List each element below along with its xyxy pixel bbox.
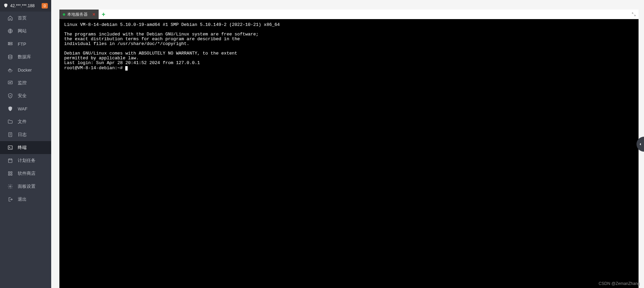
terminal-prompt-line: root@VM-8-14-debian:~# bbox=[64, 65, 634, 71]
add-tab-button[interactable]: + bbox=[99, 10, 108, 19]
globe-icon bbox=[8, 28, 13, 34]
connection-status-icon bbox=[63, 13, 65, 16]
shield-icon bbox=[3, 3, 8, 9]
sidebar-item-label: 软件商店 bbox=[18, 170, 35, 177]
sidebar-item-label: 退出 bbox=[18, 196, 27, 202]
log-icon bbox=[8, 132, 13, 137]
terminal-motd: Linux VM-8-14-debian 5.10.0-19-amd64 #1 … bbox=[64, 22, 634, 65]
terminal-tabbar: 本地服务器 × + bbox=[59, 10, 639, 19]
docker-icon bbox=[8, 67, 13, 73]
sidebar-item-label: Docker bbox=[18, 67, 32, 73]
sidebar-item-globe[interactable]: 网站 bbox=[0, 25, 51, 37]
sidebar-item-label: 首页 bbox=[18, 15, 27, 21]
sidebar-item-label: 计划任务 bbox=[18, 157, 35, 164]
sidebar-item-ftp[interactable]: FTP bbox=[0, 37, 51, 50]
sidebar-item-label: 终端 bbox=[18, 145, 27, 151]
sidebar-item-label: 文件 bbox=[18, 119, 27, 125]
shield-icon bbox=[8, 93, 13, 98]
terminal-output[interactable]: Linux VM-8-14-debian 5.10.0-19-amd64 #1 … bbox=[59, 19, 639, 288]
sidebar-item-label: 日志 bbox=[18, 132, 27, 138]
sidebar-item-label: 数据库 bbox=[18, 54, 31, 60]
sidebar-item-label: 安全 bbox=[18, 93, 27, 99]
main-area: 本地服务器 × + Linux VM-8-14-debian 5.10.0-19… bbox=[51, 0, 644, 288]
sidebar-item-gear[interactable]: 面板设置 bbox=[0, 180, 51, 193]
terminal-tab-label: 本地服务器 bbox=[67, 12, 88, 17]
terminal-icon bbox=[8, 145, 13, 150]
svg-point-3 bbox=[9, 43, 9, 43]
sidebar-item-waf[interactable]: WAF bbox=[0, 102, 51, 115]
sidebar-item-database[interactable]: 数据库 bbox=[0, 50, 51, 63]
svg-rect-9 bbox=[10, 69, 10, 69]
server-ip: 42.***.***.188 bbox=[10, 3, 34, 8]
terminal-prompt: root@VM-8-14-debian:~# bbox=[64, 65, 125, 71]
monitor-icon bbox=[8, 80, 13, 86]
folder-icon bbox=[8, 119, 13, 124]
sidebar-item-exit[interactable]: 退出 bbox=[0, 193, 51, 206]
sidebar-nav: 首页网站FTP数据库Docker监控安全WAF文件日志终端计划任务软件商店面板设… bbox=[0, 12, 51, 288]
svg-point-5 bbox=[9, 55, 12, 56]
sidebar-item-docker[interactable]: Docker bbox=[0, 63, 51, 76]
sidebar-item-label: 面板设置 bbox=[18, 183, 35, 190]
svg-point-4 bbox=[9, 44, 9, 45]
svg-rect-12 bbox=[8, 146, 12, 150]
close-icon[interactable]: × bbox=[92, 12, 95, 17]
svg-rect-14 bbox=[9, 172, 10, 173]
schedule-icon bbox=[8, 158, 13, 163]
sidebar-item-home[interactable]: 首页 bbox=[0, 12, 51, 25]
svg-rect-16 bbox=[9, 174, 10, 175]
waf-icon bbox=[8, 106, 13, 111]
sidebar: 42.***.***.188 0 首页网站FTP数据库Docker监控安全WAF… bbox=[0, 0, 51, 288]
sidebar-item-log[interactable]: 日志 bbox=[0, 128, 51, 141]
terminal-tab[interactable]: 本地服务器 × bbox=[59, 10, 99, 19]
fullscreen-button[interactable] bbox=[629, 10, 639, 19]
database-icon bbox=[8, 54, 13, 60]
sidebar-item-apps[interactable]: 软件商店 bbox=[0, 167, 51, 180]
sidebar-item-terminal[interactable]: 终端 bbox=[0, 141, 51, 154]
sidebar-item-label: 网站 bbox=[18, 28, 27, 34]
svg-point-18 bbox=[10, 186, 11, 187]
sidebar-item-shield[interactable]: 安全 bbox=[0, 89, 51, 102]
sidebar-item-monitor[interactable]: 监控 bbox=[0, 76, 51, 89]
ftp-icon bbox=[8, 41, 13, 47]
sidebar-item-schedule[interactable]: 计划任务 bbox=[0, 154, 51, 167]
cursor-icon bbox=[125, 66, 128, 71]
notification-badge[interactable]: 0 bbox=[42, 3, 48, 9]
sidebar-item-label: FTP bbox=[18, 42, 26, 47]
svg-rect-13 bbox=[9, 159, 12, 163]
gear-icon bbox=[8, 184, 13, 189]
sidebar-item-folder[interactable]: 文件 bbox=[0, 115, 51, 128]
svg-rect-17 bbox=[11, 174, 12, 175]
exit-icon bbox=[8, 197, 13, 202]
sidebar-item-label: 监控 bbox=[18, 80, 27, 86]
home-icon bbox=[8, 15, 13, 21]
sidebar-header: 42.***.***.188 0 bbox=[0, 0, 51, 12]
sidebar-item-label: WAF bbox=[18, 106, 27, 111]
svg-rect-15 bbox=[11, 172, 12, 173]
apps-icon bbox=[8, 171, 13, 176]
